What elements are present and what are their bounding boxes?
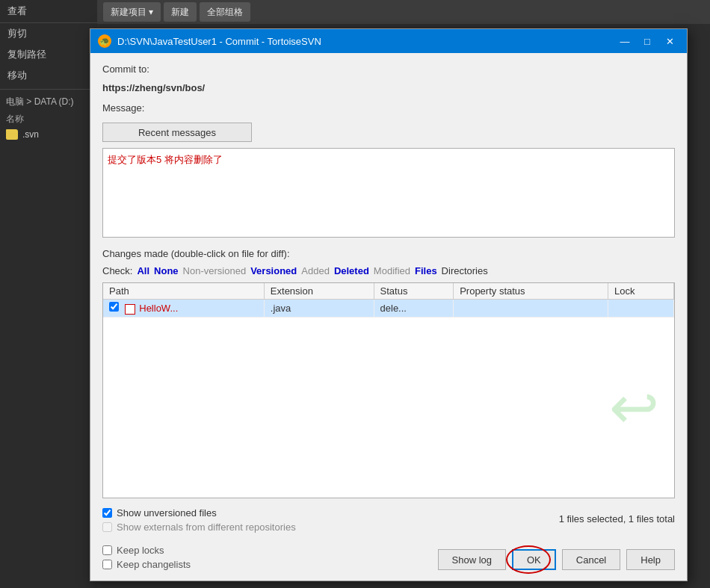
taskbar-btn-0[interactable]: 新建项目 ▾	[103, 2, 161, 22]
ok-button[interactable]: OK	[512, 549, 556, 570]
check-files[interactable]: Files	[415, 265, 437, 276]
check-directories[interactable]: Directories	[442, 265, 488, 276]
check-prefix: Check:	[102, 265, 132, 276]
keep-changelists-checkbox[interactable]	[102, 560, 112, 569]
dialog-content: Commit to: https://zheng/svn/bos/ Messag…	[90, 53, 687, 581]
file-name: HelloW...	[139, 303, 178, 314]
file-icon	[125, 304, 135, 315]
move-menu-item[interactable]: 移动	[0, 65, 97, 86]
close-button[interactable]: ✕	[660, 33, 679, 49]
show-externals-label[interactable]: Show externals from different repositori…	[102, 522, 296, 533]
minimize-button[interactable]: —	[615, 33, 635, 49]
row-extension: .java	[264, 300, 374, 318]
col-lock: Lock	[608, 283, 673, 300]
view-label: 查看	[0, 0, 97, 23]
left-panel: 查看 剪切 复制路径 移动 电脑 > DATA (D:) 名称 .svn	[0, 0, 97, 588]
row-checkbox[interactable]	[109, 302, 119, 312]
tortoise-icon: 🐢	[98, 34, 111, 48]
check-added[interactable]: Added	[301, 265, 330, 276]
divider	[0, 89, 97, 90]
check-deleted[interactable]: Deleted	[334, 265, 369, 276]
col-path: Path	[103, 283, 264, 300]
file-table: Path Extension Status Property status Lo…	[103, 283, 674, 318]
commit-dialog: 🐢 D:\SVN\JavaTestUser1 - Commit - Tortoi…	[90, 28, 688, 581]
taskbar-btn-2[interactable]: 全部组格	[200, 2, 250, 22]
keep-locks-label[interactable]: Keep locks	[102, 545, 191, 556]
taskbar-btn-1[interactable]: 新建	[164, 2, 197, 22]
file-table-wrapper: Path Extension Status Property status Lo…	[102, 282, 675, 498]
unversioned-row: Show unversioned files Show externals fr…	[102, 504, 675, 533]
table-row[interactable]: HelloW... .java dele...	[103, 300, 674, 318]
commit-url: https://zheng/svn/bos/	[102, 82, 675, 93]
show-unversioned-checkbox[interactable]	[102, 508, 112, 518]
file-item[interactable]: .svn	[0, 127, 97, 142]
window-controls: — □ ✕	[615, 33, 679, 49]
keep-section: Keep locks Keep changelists	[102, 545, 191, 570]
copy-path-menu-item[interactable]: 复制路径	[0, 44, 97, 65]
taskbar: 新建项目 ▾ 新建 全部组格	[97, 0, 710, 24]
title-bar: 🐢 D:\SVN\JavaTestUser1 - Commit - Tortoi…	[90, 29, 687, 53]
maximize-button[interactable]: □	[638, 33, 657, 49]
col-property-status: Property status	[454, 283, 608, 300]
cancel-button[interactable]: Cancel	[562, 549, 620, 570]
row-status: dele...	[374, 300, 454, 318]
row-path: HelloW...	[103, 300, 264, 318]
folder-icon	[6, 129, 18, 140]
message-label: Message:	[102, 102, 675, 114]
dialog-title: D:\SVN\JavaTestUser1 - Commit - Tortoise…	[117, 36, 615, 47]
help-button[interactable]: Help	[626, 549, 675, 570]
ok-wrapper: OK	[512, 549, 556, 570]
show-externals-checkbox[interactable]	[102, 522, 112, 532]
button-row: Show log OK Cancel Help	[438, 549, 676, 570]
keep-locks-checkbox[interactable]	[102, 545, 112, 555]
breadcrumb: 电脑 > DATA (D:)	[0, 93, 97, 111]
show-log-button[interactable]: Show log	[438, 549, 506, 570]
svn-watermark: ↩	[609, 378, 659, 438]
keep-changelists-label[interactable]: Keep changelists	[102, 559, 191, 570]
show-unversioned-label[interactable]: Show unversioned files	[102, 507, 296, 519]
changes-label: Changes made (double-click on file for d…	[102, 248, 675, 259]
cut-menu-item[interactable]: 剪切	[0, 23, 97, 44]
check-links-bar: Check: All None Non-versioned Versioned …	[102, 265, 675, 276]
bottom-section: Keep locks Keep changelists Show log OK …	[102, 542, 675, 570]
row-lock	[608, 300, 673, 318]
check-modified[interactable]: Modified	[374, 265, 410, 276]
files-selected-text: 1 files selected, 1 files total	[559, 513, 675, 524]
check-none[interactable]: None	[154, 265, 179, 276]
col-status: Status	[374, 283, 454, 300]
col-extension: Extension	[264, 283, 374, 300]
check-all[interactable]: All	[137, 265, 149, 276]
message-textarea[interactable]: 提交了版本5 将内容删除了	[102, 148, 675, 238]
check-nonversioned[interactable]: Non-versioned	[183, 265, 247, 276]
check-versioned[interactable]: Versioned	[250, 265, 297, 276]
commit-to-label: Commit to:	[102, 64, 675, 75]
row-property-status	[454, 300, 608, 318]
recent-messages-button[interactable]: Recent messages	[102, 123, 252, 142]
bottom-checks: Show unversioned files Show externals fr…	[102, 507, 296, 533]
file-list-header: 名称	[0, 111, 97, 127]
